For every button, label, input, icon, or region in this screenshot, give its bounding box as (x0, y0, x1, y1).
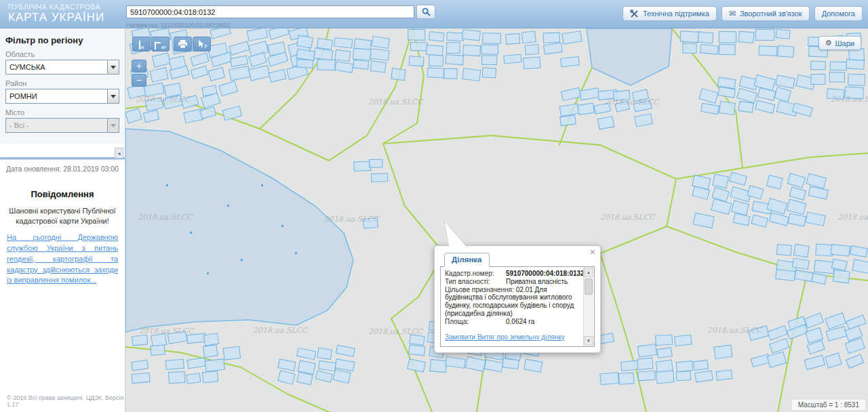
layers-label: Шари (835, 39, 854, 47)
zoom-controls: + − (132, 60, 146, 88)
announcement-greeting: Шановні користувачі Публічної кадастрово… (7, 206, 118, 226)
tech-support-button[interactable]: Технічна підтримка (623, 6, 717, 21)
map-watermark: 2018.ua.SLCC (604, 98, 660, 106)
popup-body: Кадастр.номер: 5910700000:04:018:0132 Ти… (440, 266, 595, 347)
map-toolbar: м м² ? (132, 37, 211, 52)
sidebar-divider (0, 157, 125, 159)
map-watermark: 2018.ua.SLCC (324, 215, 380, 224)
copyright-footer: © 2016 Всі права захищені. ЦДЗК. Версія … (7, 394, 125, 408)
filter-title: Фільтр по регіону (5, 35, 119, 45)
identify-button[interactable]: ? (193, 37, 211, 52)
sidebar-collapse-button[interactable]: ◄ (115, 148, 123, 159)
search-button[interactable] (416, 5, 435, 19)
oblast-select[interactable]: СУМСЬКА (5, 60, 119, 75)
chevron-down-icon[interactable] (107, 89, 119, 103)
help-button[interactable]: Допомога (814, 6, 863, 21)
map-watermark: 2018.ua.SLCC (707, 326, 763, 335)
tools-icon (630, 9, 639, 18)
map-watermark: 2018.ua.SLCC (253, 326, 309, 335)
popup-row-area: Площа: 0.0624 га (445, 318, 579, 326)
area-value: 0.0624 га (506, 318, 579, 326)
scroll-down-icon[interactable]: ▼ (584, 336, 593, 346)
envelope-icon: ✉ (729, 9, 736, 18)
map-watermark: 2018.ua.SLCC (368, 327, 424, 336)
region-filter-panel: Фільтр по регіону Область СУМСЬКА Район … (0, 28, 125, 144)
print-button[interactable] (174, 37, 192, 52)
scroll-up-icon[interactable]: ▲ (584, 268, 593, 277)
logo-line1: ПУБЛІЧНА КАДАСТРОВА (8, 3, 104, 12)
close-icon[interactable]: × (590, 247, 595, 257)
raion-label: Район (5, 79, 119, 87)
search-icon (422, 7, 431, 16)
collapse-icon: ◄ (117, 151, 121, 156)
popup-row-purpose: Цільове призначення:02.01 Для будівництв… (445, 286, 579, 318)
help-label: Допомога (822, 9, 855, 18)
map-canvas[interactable]: 2018.ua.SLCC2018.ua.SLCC2018.ua.SLCC2018… (125, 28, 868, 412)
app-logo: ПУБЛІЧНА КАДАСТРОВА КАРТА УКРАЇНИ (8, 3, 104, 24)
logo-line2: КАРТА УКРАЇНИ (8, 12, 104, 24)
oblast-label: Область (5, 50, 119, 58)
popup-row-ownership: Тип власності: Приватна власність (445, 278, 579, 286)
parcel-popup: × Ділянка Кадастр.номер: 5910700000:04:0… (434, 245, 601, 353)
map-watermark: 2018.ua.SLCC (368, 98, 424, 106)
tech-support-label: Технічна підтримка (643, 9, 709, 18)
printer-icon (178, 39, 188, 49)
feedback-button[interactable]: ✉ Зворотний зв'язок (722, 6, 810, 21)
misto-value: - Всі - (9, 121, 29, 129)
tab-dilyanka[interactable]: Ділянка (444, 253, 490, 267)
misto-select: - Всі - (5, 118, 119, 133)
search-hint: Наприклад: 3221655100:01:047:0052 (126, 22, 435, 28)
layers-button[interactable]: ⚙ Шари (818, 36, 861, 50)
map-watermark: 2018.ua.SLCC (138, 213, 193, 222)
row-label: Цільове призначення: (445, 286, 514, 293)
map-watermark: 2018.ua.SLCC (837, 213, 868, 222)
order-extract-link[interactable]: Замовити Витяг про земельну ділянку (445, 333, 579, 341)
ruler-area-icon (155, 42, 161, 49)
svg-text:?: ? (203, 43, 207, 49)
chevron-down-icon[interactable] (107, 60, 119, 74)
scale-indicator: Масштаб = 1 : 8531 (792, 400, 865, 410)
feedback-label: Зворотний зв'язок (740, 9, 802, 18)
ruler-length-icon (139, 41, 140, 49)
map-watermark: 2018.ua.SLCC (136, 95, 191, 104)
cadastre-number-value: 5910700000:04:018:0132 (506, 270, 585, 278)
search-area: Наприклад: 3221655100:01:047:0052 (126, 5, 435, 28)
row-label: Тип власності: (445, 278, 506, 286)
app-window: ПУБЛІЧНА КАДАСТРОВА КАРТА УКРАЇНИ Наприк… (0, 0, 868, 412)
measure-area-button[interactable]: м² (151, 37, 170, 52)
raion-value: РОМНИ (9, 92, 37, 100)
row-label: Кадастр.номер: (445, 270, 506, 278)
map-watermark: 2018.ua.SLCC (831, 95, 868, 104)
header-buttons: Технічна підтримка ✉ Зворотний зв'язок Д… (623, 6, 863, 21)
chevron-down-icon (107, 119, 119, 132)
scrollbar-thumb[interactable] (585, 279, 593, 295)
ownership-value: Приватна власність (506, 278, 579, 286)
search-input[interactable] (126, 5, 414, 18)
row-label: Площа: (445, 318, 506, 326)
measure-area-unit: м² (161, 45, 166, 49)
sidebar: Фільтр по регіону Область СУМСЬКА Район … (0, 28, 125, 412)
popup-row-cadastre: Кадастр.номер: 5910700000:04:018:0132 (445, 270, 579, 278)
zoom-in-button[interactable]: + (132, 60, 146, 73)
map-watermark: 2018.ua.SLCC (600, 213, 656, 222)
header: ПУБЛІЧНА КАДАСТРОВА КАРТА УКРАЇНИ Наприк… (0, 0, 868, 28)
announcement-link[interactable]: На сьогодні Державною службою України з … (7, 232, 118, 287)
update-date: Дата оновлення: 28.01.2019 03:00 (3, 165, 122, 173)
map-watermark: 2018.ua.SLCC (139, 327, 195, 335)
announcement: Повідомлення Шановні користувачі Публічн… (0, 189, 125, 286)
gear-icon: ⚙ (825, 39, 832, 47)
misto-label: Місто (5, 108, 119, 117)
popup-scrollbar[interactable]: ▲ ▼ (583, 268, 593, 346)
oblast-value: СУМСЬКА (9, 63, 45, 71)
measure-length-button[interactable]: м (132, 37, 151, 52)
raion-select[interactable]: РОМНИ (5, 89, 119, 104)
identify-cursor-icon: ? (197, 39, 208, 49)
zoom-out-button[interactable]: − (132, 74, 146, 87)
announcement-title: Повідомлення (7, 189, 118, 199)
measure-length-unit: м (141, 45, 144, 49)
map-container[interactable]: 2018.ua.SLCC2018.ua.SLCC2018.ua.SLCC2018… (125, 28, 868, 412)
